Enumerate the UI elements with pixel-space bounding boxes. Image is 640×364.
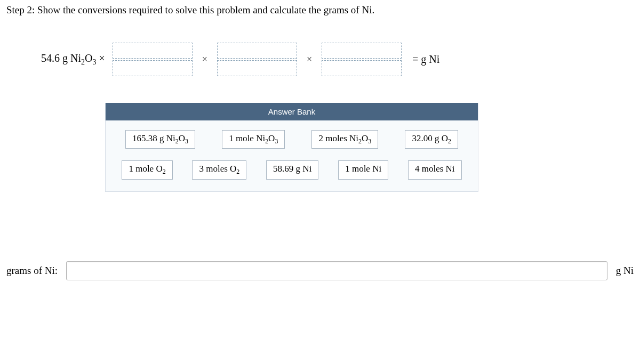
grams-ni-input[interactable] (66, 261, 607, 280)
equation-row: 54.6 g Ni2O3 × × × = g Ni (41, 43, 634, 76)
step-heading: Step 2: Show the conversions required to… (6, 4, 634, 16)
dropzone-2-num[interactable] (217, 43, 297, 59)
final-answer-row: grams of Ni: g Ni (6, 261, 634, 280)
dropzone-3-num[interactable] (322, 43, 402, 59)
fraction-3 (322, 43, 402, 76)
tile-58.69g-ni[interactable]: 58.69 g Ni (266, 160, 318, 179)
times-icon-2: × (305, 54, 314, 65)
tile-165.38g-ni2o3[interactable]: 165.38 g Ni2O3 (125, 130, 195, 149)
tile-32.00g-o2[interactable]: 32.00 g O2 (405, 130, 458, 149)
dropzone-1-num[interactable] (113, 43, 193, 59)
answer-bank-title: Answer Bank (106, 103, 478, 120)
tile-2moles-ni2o3[interactable]: 2 moles Ni2O3 (311, 130, 378, 149)
tile-4moles-ni[interactable]: 4 moles Ni (408, 160, 462, 179)
answer-bank: Answer Bank 165.38 g Ni2O31 mole Ni2O32 … (105, 103, 478, 192)
fraction-2 (217, 43, 297, 76)
dropzone-1-den[interactable] (113, 60, 193, 76)
bank-row: 165.38 g Ni2O31 mole Ni2O32 moles Ni2O33… (112, 130, 471, 149)
dropzone-3-den[interactable] (322, 60, 402, 76)
final-unit: g Ni (616, 265, 634, 277)
equation-leading: 54.6 g Ni2O3 × (41, 52, 105, 67)
answer-bank-body: 165.38 g Ni2O31 mole Ni2O32 moles Ni2O33… (106, 120, 478, 191)
tile-3moles-o2[interactable]: 3 moles O2 (192, 160, 246, 179)
bank-row: 1 mole O23 moles O258.69 g Ni1 mole Ni4 … (112, 160, 471, 179)
dropzone-2-den[interactable] (217, 60, 297, 76)
times-icon-1: × (200, 54, 210, 65)
tile-1mole-o2[interactable]: 1 mole O2 (122, 160, 172, 179)
equation-result: = g Ni (412, 53, 439, 66)
tile-1mole-ni[interactable]: 1 mole Ni (338, 160, 388, 179)
tile-1mole-ni2o3[interactable]: 1 mole Ni2O3 (222, 130, 285, 149)
final-label: grams of Ni: (6, 265, 58, 277)
fraction-1 (113, 43, 193, 76)
